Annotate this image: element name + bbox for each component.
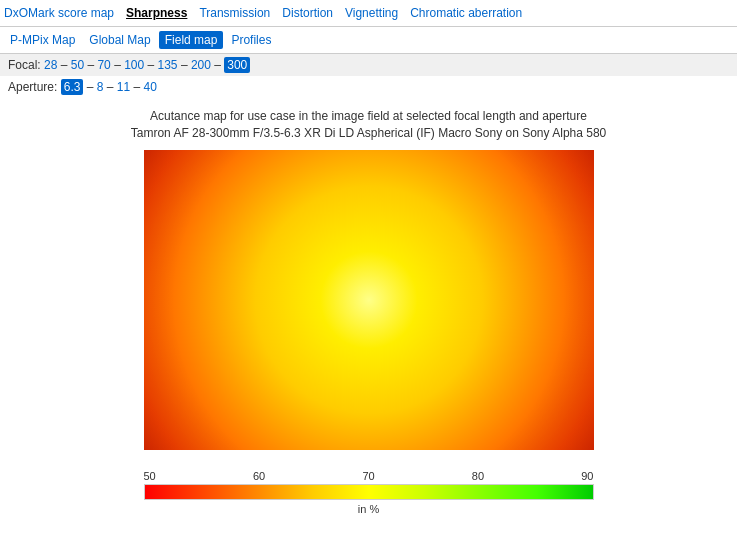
focal-row: Focal: 28 – 50 – 70 – 100 – 135 – 200 – … — [0, 54, 737, 76]
nav-vignetting[interactable]: Vignetting — [345, 6, 398, 20]
aperture-row: Aperture: 6.3 – 8 – 11 – 40 — [0, 76, 737, 98]
aperture-11[interactable]: 11 — [117, 80, 130, 94]
focal-label: Focal: — [8, 58, 41, 72]
chart-area: Acutance map for use case in the image f… — [0, 98, 737, 515]
sub-nav-global-map[interactable]: Global Map — [83, 31, 156, 49]
sub-nav-profiles[interactable]: Profiles — [225, 31, 277, 49]
color-scale: 50 60 70 80 90 in % — [144, 470, 594, 515]
nav-sharpness[interactable]: Sharpness — [126, 6, 187, 20]
chart-title: Acutance map for use case in the image f… — [131, 108, 607, 142]
sub-nav-field-map[interactable]: Field map — [159, 31, 224, 49]
chart-title-line2: Tamron AF 28-300mm F/3.5-6.3 XR Di LD As… — [131, 125, 607, 142]
focal-300[interactable]: 300 — [224, 57, 250, 73]
top-nav: DxOMark score map Sharpness Transmission… — [0, 0, 737, 27]
scale-label-80: 80 — [472, 470, 484, 482]
focal-50[interactable]: 50 — [71, 58, 84, 72]
sub-nav-pmpix-map[interactable]: P-MPix Map — [4, 31, 81, 49]
scale-label-90: 90 — [581, 470, 593, 482]
focal-28[interactable]: 28 — [44, 58, 57, 72]
nav-distortion[interactable]: Distortion — [282, 6, 333, 20]
focal-200[interactable]: 200 — [191, 58, 211, 72]
chart-title-line1: Acutance map for use case in the image f… — [131, 108, 607, 125]
heatmap-container — [144, 150, 594, 450]
focal-100[interactable]: 100 — [124, 58, 144, 72]
aperture-40[interactable]: 40 — [143, 80, 156, 94]
aperture-63[interactable]: 6.3 — [61, 79, 84, 95]
sub-nav: P-MPix Map Global Map Field map Profiles — [0, 27, 737, 54]
scale-label-60: 60 — [253, 470, 265, 482]
nav-chromatic-aberration[interactable]: Chromatic aberration — [410, 6, 522, 20]
focal-70[interactable]: 70 — [97, 58, 110, 72]
nav-dxomark-score-map[interactable]: DxOMark score map — [4, 6, 114, 20]
heatmap-canvas — [144, 150, 594, 450]
scale-label-50: 50 — [144, 470, 156, 482]
scale-label-70: 70 — [362, 470, 374, 482]
nav-transmission[interactable]: Transmission — [199, 6, 270, 20]
scale-unit: in % — [144, 503, 594, 515]
aperture-8[interactable]: 8 — [97, 80, 104, 94]
scale-labels: 50 60 70 80 90 — [144, 470, 594, 482]
aperture-label: Aperture: — [8, 80, 57, 94]
scale-bar — [144, 484, 594, 500]
focal-135[interactable]: 135 — [158, 58, 178, 72]
